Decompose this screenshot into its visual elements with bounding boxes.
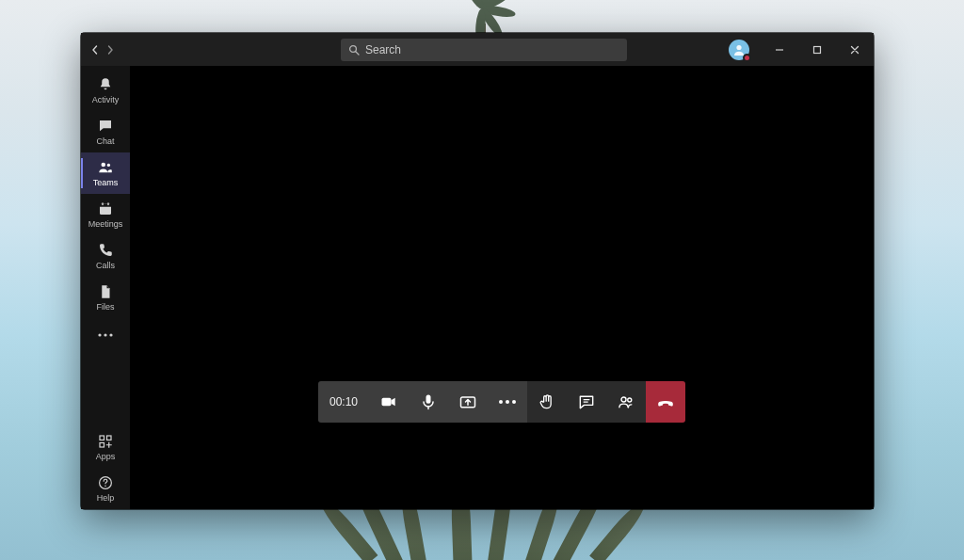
rail-item-files[interactable]: Files [81,277,130,318]
rail-item-help[interactable]: Help [81,468,130,509]
teams-window: Search Activity [81,33,874,509]
minimize-button[interactable] [761,33,798,66]
rail-item-teams[interactable]: Teams [81,152,130,194]
svg-point-6 [107,164,110,167]
svg-point-25 [621,397,626,402]
back-button[interactable] [90,41,100,58]
rail-item-apps[interactable]: Apps [81,426,130,468]
participants-button[interactable] [606,381,646,423]
rail-item-calls[interactable]: Calls [81,235,130,277]
svg-point-18 [104,485,106,487]
camera-toggle[interactable] [369,381,409,423]
close-button[interactable] [836,33,874,66]
profile-avatar[interactable] [729,40,749,60]
svg-rect-8 [100,204,111,207]
svg-point-11 [98,333,101,336]
svg-rect-14 [100,436,104,440]
rail-item-activity[interactable]: Activity [81,70,130,111]
share-screen-button[interactable] [448,381,488,423]
maximize-button[interactable] [798,33,836,66]
camera-icon [379,392,398,411]
meeting-chat-button[interactable] [567,381,606,423]
svg-rect-4 [814,46,821,53]
minimize-icon [775,45,784,55]
search-icon [348,44,360,56]
chat-icon [97,118,114,135]
rail-item-label: Calls [96,261,115,270]
rail-item-label: Files [96,302,114,312]
svg-rect-19 [382,398,392,406]
rail-item-label: Chat [96,136,114,146]
apps-icon [97,433,114,450]
help-icon [97,474,114,491]
ellipsis-icon [97,332,114,338]
teams-icon [97,159,114,176]
rail-item-label: Activity [92,95,120,104]
microphone-icon [419,392,438,411]
svg-point-0 [350,45,357,52]
file-icon [97,283,114,300]
raise-hand-icon [538,392,556,411]
svg-point-13 [109,333,112,336]
rail-item-label: Meetings [88,219,123,229]
rail-item-chat[interactable]: Chat [81,111,130,152]
svg-rect-10 [107,202,109,205]
rail-more-button[interactable] [81,318,130,352]
people-icon [617,392,635,411]
svg-rect-20 [426,395,431,404]
presence-badge [743,54,751,62]
svg-rect-9 [102,202,104,205]
forward-button[interactable] [105,41,115,58]
rail-item-label: Apps [96,452,116,461]
svg-point-12 [104,333,106,336]
rail-item-label: Teams [93,178,119,187]
rail-item-meetings[interactable]: Meetings [81,194,130,235]
hang-up-icon [655,392,676,412]
close-icon [850,45,860,55]
calendar-icon [97,200,114,217]
raise-hand-button[interactable] [527,381,567,423]
search-placeholder: Search [365,43,401,56]
svg-point-2 [736,44,741,49]
app-rail: Activity Chat Teams Meetings Calls Files [81,66,130,509]
titlebar: Search [81,33,874,66]
chat-bubble-icon [577,392,596,411]
maximize-icon [812,45,822,55]
ellipsis-icon [499,400,516,404]
svg-point-5 [102,163,106,168]
share-screen-icon [458,392,477,411]
svg-rect-15 [107,436,112,440]
svg-rect-16 [100,443,104,448]
svg-line-1 [356,52,359,55]
hang-up-button[interactable] [646,381,685,423]
meeting-stage: 00:10 [130,66,874,509]
phone-icon [97,242,114,259]
search-input[interactable]: Search [341,39,627,61]
call-timer: 00:10 [318,381,369,423]
more-actions-button[interactable] [488,381,527,423]
rail-item-label: Help [97,493,115,503]
bell-icon [97,76,114,93]
svg-point-26 [628,398,632,402]
microphone-toggle[interactable] [409,381,448,423]
call-toolbar: 00:10 [318,381,685,423]
